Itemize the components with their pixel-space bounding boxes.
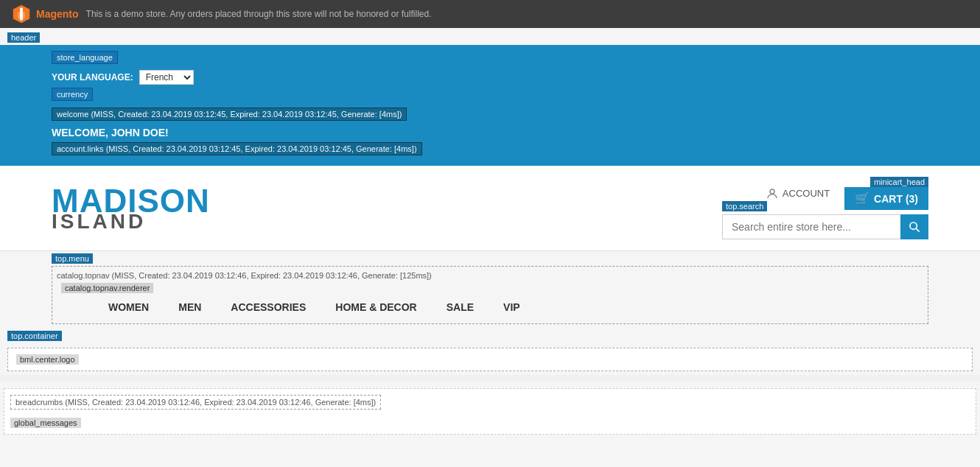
cart-display: CART (3) [874, 193, 918, 205]
top-search-label: top.search [722, 201, 767, 211]
global-messages-wrapper: global_messages [10, 417, 970, 428]
breadcrumbs-debug: breadcrumbs (MISS, Created: 23.04.2019 0… [10, 395, 381, 410]
header-right: ACCOUNT minicart_head 🛒 CART (3) top.sea… [722, 177, 928, 239]
search-icon [909, 221, 920, 233]
nav-item-sale[interactable]: SALE [447, 301, 474, 313]
magento-icon [11, 4, 32, 24]
svg-rect-2 [20, 8, 23, 21]
demo-message: This is a demo store. Any orders placed … [86, 9, 432, 19]
welcome-message: WELCOME, JOHN DOE! [52, 127, 928, 138]
section-divider [0, 375, 980, 381]
demo-bar: Magento This is a demo store. Any orders… [0, 0, 980, 28]
svg-line-5 [916, 228, 920, 232]
nav-links: WOMEN MEN ACCESSORIES HOME & DECOR SALE … [108, 295, 872, 320]
nav-item-vip[interactable]: VIP [503, 301, 520, 313]
user-icon [766, 187, 779, 200]
account-links-debug: account.links (MISS, Created: 23.04.2019… [52, 142, 422, 155]
account-cart-row: ACCOUNT minicart_head 🛒 CART (3) [766, 177, 928, 210]
cart-icon: 🛒 [855, 192, 869, 206]
nav-section: top.menu catalog.topnav (MISS, Created: … [0, 251, 980, 324]
welcome-debug: welcome (MISS, Created: 23.04.2019 03:12… [52, 108, 407, 121]
top-container-section: bml.center.logo [7, 348, 973, 371]
header-section: store_language YOUR LANGUAGE: French Eng… [0, 45, 980, 166]
search-input[interactable] [722, 214, 928, 239]
catalog-topnav-debug-box: catalog.topnav (MISS, Created: 23.04.201… [52, 266, 928, 324]
account-label: ACCOUNT [783, 188, 830, 199]
logo-island: ISLAND [52, 211, 210, 232]
header-debug-label: header [7, 32, 40, 43]
nav-item-home-decor[interactable]: HOME & DECOR [335, 301, 416, 313]
cart-button[interactable]: 🛒 CART (3) [844, 187, 928, 210]
nav-item-accessories[interactable]: ACCESSORIES [231, 301, 306, 313]
breadcrumbs-wrapper: breadcrumbs (MISS, Created: 23.04.2019 0… [10, 395, 970, 413]
svg-point-4 [910, 222, 917, 229]
store-language-label: store_language [52, 51, 118, 64]
magento-logo: Magento [11, 4, 79, 24]
bottom-section: breadcrumbs (MISS, Created: 23.04.2019 0… [4, 388, 976, 435]
store-logo[interactable]: MADISON ISLAND [52, 185, 210, 232]
search-container: top.search [722, 214, 928, 239]
svg-point-3 [770, 189, 774, 194]
catalog-topnav-debug: catalog.topnav (MISS, Created: 23.04.201… [57, 271, 432, 280]
language-text: YOUR LANGUAGE: [52, 72, 133, 82]
account-link[interactable]: ACCOUNT [766, 187, 830, 200]
global-messages-label: global_messages [10, 418, 81, 428]
language-select[interactable]: French English Spanish German [139, 70, 194, 85]
nav-item-women[interactable]: WOMEN [108, 301, 149, 313]
currency-label: currency [52, 88, 93, 101]
top-container-wrapper: top.container bml.center.logo [4, 328, 976, 371]
top-container-label: top.container [7, 331, 62, 341]
catalog-renderer-label: catalog.topnav.renderer [61, 283, 153, 293]
brand-name: Magento [36, 8, 79, 20]
top-menu-label: top.menu [52, 253, 93, 264]
search-button[interactable] [900, 214, 928, 239]
main-header: MADISON ISLAND ACCOUNT minicart_head 🛒 C… [0, 166, 980, 251]
language-row: YOUR LANGUAGE: French English Spanish Ge… [52, 70, 928, 85]
bml-center-logo-label: bml.center.logo [16, 354, 79, 365]
minicart-head-label: minicart_head [870, 177, 928, 187]
nav-item-men[interactable]: MEN [178, 301, 201, 313]
